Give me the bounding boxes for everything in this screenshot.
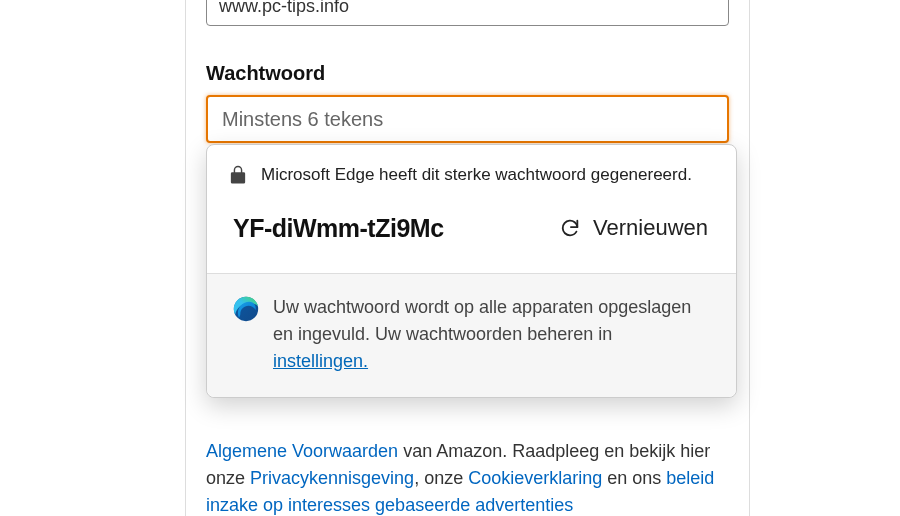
popup-footer-text: Uw wachtwoord wordt op alle apparaten op… (273, 294, 710, 375)
website-input[interactable] (206, 0, 729, 26)
settings-link[interactable]: instellingen. (273, 351, 368, 371)
terms-link-conditions[interactable]: Algemene Voorwaarden (206, 441, 398, 461)
password-label: Wachtwoord (206, 62, 729, 85)
popup-footer: Uw wachtwoord wordt op alle apparaten op… (207, 273, 736, 397)
popup-header: Microsoft Edge heeft dit sterke wachtwoo… (207, 145, 736, 203)
terms-link-cookies[interactable]: Cookieverklaring (468, 468, 602, 488)
password-suggestion-popup: Microsoft Edge heeft dit sterke wachtwoo… (206, 144, 737, 398)
refresh-label: Vernieuwen (593, 215, 708, 241)
popup-header-text: Microsoft Edge heeft dit sterke wachtwoo… (261, 165, 692, 185)
password-input[interactable] (206, 95, 729, 143)
terms-link-privacy[interactable]: Privacykennisgeving (250, 468, 414, 488)
lock-icon (229, 165, 247, 185)
popup-body: YF-diWmm-tZi9Mc Vernieuwen (207, 203, 736, 273)
generated-password: YF-diWmm-tZi9Mc (233, 214, 444, 243)
edge-icon (233, 296, 259, 322)
refresh-button[interactable]: Vernieuwen (557, 211, 710, 245)
registration-form: Wachtwoord Microsoft Edge heeft dit ster… (185, 0, 750, 516)
terms-text: Algemene Voorwaarden van Amazon. Raadple… (206, 438, 729, 516)
refresh-icon (559, 217, 581, 239)
